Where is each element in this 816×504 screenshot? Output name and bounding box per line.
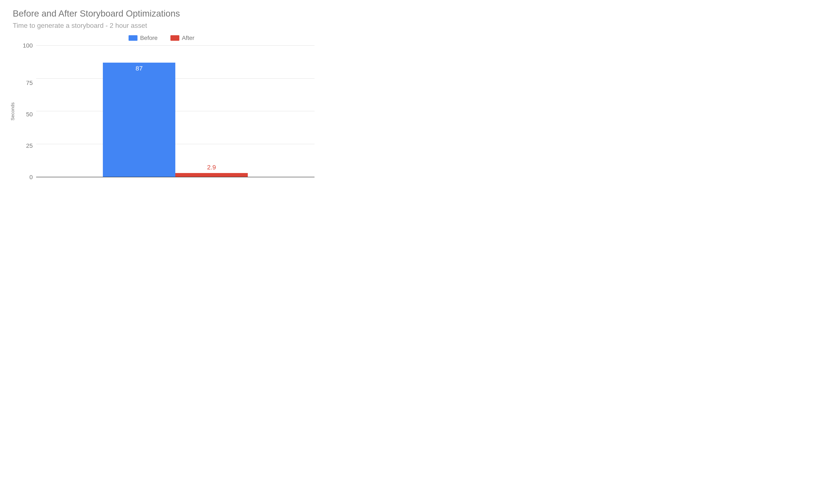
legend-swatch-before [128,35,137,41]
bar-before: 87 [103,63,175,177]
bar-after: 2.9 [175,173,248,177]
ylabel-wrap: Seconds [8,46,17,177]
plot-wrapper: Seconds 100 75 50 25 0 87 2.9 [8,46,315,177]
legend-item-after: After [170,35,194,41]
y-axis: 100 75 50 25 0 [17,46,36,177]
plot-area: 87 2.9 [36,46,315,177]
chart-title: Before and After Storyboard Optimization… [13,8,315,19]
y-tick: 100 [23,43,33,49]
y-tick: 25 [26,143,33,149]
legend-swatch-after [170,35,179,41]
bar-label-after: 2.9 [207,164,216,171]
y-axis-label: Seconds [10,102,15,121]
bar-label-before: 87 [135,65,142,72]
y-tick: 75 [26,80,33,86]
legend-item-before: Before [128,35,158,41]
y-tick: 0 [29,174,33,180]
chart-subtitle: Time to generate a storyboard - 2 hour a… [13,22,315,30]
legend-label: Before [140,35,158,41]
legend: Before After [8,35,315,41]
legend-label: After [182,35,194,41]
y-tick: 50 [26,111,33,117]
bars: 87 2.9 [36,46,315,177]
chart-container: Before and After Storyboard Optimization… [8,8,315,177]
